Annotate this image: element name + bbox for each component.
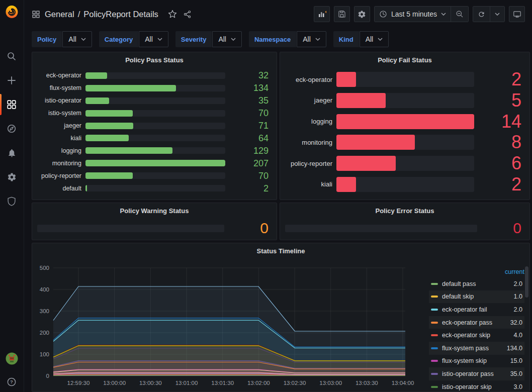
filter-category: CategoryAll (99, 31, 168, 47)
legend-current-header[interactable]: current (429, 268, 524, 277)
search-minus-icon (456, 10, 464, 18)
legend-swatch (431, 347, 438, 349)
bargauge-row: default2 (36, 182, 269, 194)
panel-title[interactable]: Policy Fail Status (280, 52, 529, 67)
bargauge-value: 6 (478, 154, 521, 172)
bargauge-value: 64 (229, 134, 269, 143)
legend-swatch (431, 283, 438, 285)
filter-value-dropdown[interactable]: All (62, 31, 92, 47)
bargauge-track (336, 72, 474, 87)
gear-icon (7, 172, 17, 182)
legend-label: istio-operator skip (442, 383, 510, 390)
sidebar-item-search[interactable] (0, 44, 23, 68)
filter-value-text: All (218, 35, 226, 43)
filter-row: PolicyAllCategoryAllSeverityAllNamespace… (32, 31, 389, 47)
avatar-icon (6, 352, 18, 365)
sidebar-item-explore[interactable] (0, 117, 23, 141)
bargauge-track (85, 97, 225, 104)
chevron-down-icon (315, 38, 320, 41)
star-icon[interactable] (168, 10, 177, 19)
grafana-logo[interactable] (5, 5, 19, 19)
refresh-button[interactable] (473, 7, 490, 22)
legend-item[interactable]: default pass2.0 (429, 277, 524, 290)
panel-title[interactable]: Status Timeline (32, 247, 529, 255)
filter-value-dropdown[interactable]: All (139, 31, 168, 47)
panel-title[interactable]: Policy Warning Status (32, 203, 277, 218)
bargauge-track (336, 156, 474, 171)
bargauge-label: eck-operator (36, 72, 81, 79)
add-panel-button[interactable] (314, 6, 330, 22)
svg-text:13:02:30: 13:02:30 (284, 380, 306, 386)
sidebar-item-server-admin[interactable] (0, 189, 23, 213)
bargauge-label: monitoring (284, 139, 332, 146)
filter-value-dropdown[interactable]: All (212, 31, 242, 47)
panel-title[interactable]: Policy Error Status (280, 203, 529, 218)
svg-text:100: 100 (40, 351, 49, 357)
bargauge-fill (336, 72, 356, 87)
bargauge-row: policy-reporter70 (36, 169, 269, 182)
filter-severity: SeverityAll (175, 31, 242, 47)
timeline-legend: currentdefault pass2.0default skip1.0eck… (429, 268, 524, 392)
tv-mode-button[interactable] (509, 6, 525, 22)
save-dashboard-button[interactable] (334, 6, 350, 22)
bargauge-track (336, 93, 474, 108)
filter-label: Severity (175, 31, 212, 47)
share-icon[interactable] (183, 10, 192, 19)
legend-item[interactable]: istio-operator skip3.0 (429, 380, 524, 392)
bargauge-label: kiali (36, 135, 81, 142)
refresh-interval-dropdown[interactable] (490, 7, 504, 22)
legend-label: flux-system skip (442, 357, 506, 364)
bargauge-fill (336, 114, 474, 129)
filter-value-text: All (68, 35, 76, 43)
time-picker-button[interactable]: Last 5 minutes (375, 7, 451, 22)
legend-swatch (431, 386, 438, 388)
legend-item[interactable]: eck-operator fail2.0 (429, 303, 524, 316)
zoom-out-time-button[interactable] (451, 7, 468, 22)
legend-value: 134.0 (507, 345, 522, 352)
help-button[interactable]: ? (7, 377, 17, 387)
legend-item[interactable]: flux-system pass134.0 (429, 342, 524, 355)
svg-text:200: 200 (40, 330, 49, 336)
legend-item[interactable]: eck-operator pass32.0 (429, 316, 524, 329)
legend-item[interactable]: flux-system skip15.0 (429, 355, 524, 368)
bargauge-row: logging14 (284, 112, 521, 132)
bargauge-row: jaeger5 (284, 90, 521, 111)
legend-value: 32.0 (510, 319, 522, 326)
refresh-group (473, 6, 505, 22)
legend-item[interactable]: eck-operator skip4.0 (429, 329, 524, 342)
grafana-dashboard: ? General / PolicyReport Details (0, 0, 532, 392)
sidebar-item-configuration[interactable] (0, 165, 23, 189)
user-avatar[interactable] (6, 352, 18, 365)
apps-grid-icon (32, 10, 40, 19)
breadcrumb-separator: / (78, 10, 80, 19)
bargauge-value: 2 (229, 184, 269, 193)
sidebar-item-alerting[interactable] (0, 141, 23, 165)
bargauge-track (85, 72, 225, 79)
sidebar-item-dashboards[interactable] (0, 92, 23, 117)
legend-item[interactable]: default skip1.0 (429, 290, 524, 304)
filter-value-dropdown[interactable]: All (360, 31, 389, 47)
bargauge-row: flux-system134 (36, 82, 269, 94)
bargauge-label: jaeger (36, 122, 81, 129)
legend-value: 15.0 (510, 357, 522, 364)
bargauge-row: kiali64 (36, 132, 269, 145)
panel-title[interactable]: Policy Pass Status (32, 52, 277, 67)
sidebar: ? (0, 0, 24, 392)
filter-kind: KindAll (333, 31, 389, 47)
filter-label: Kind (333, 31, 359, 47)
fail-rows: eck-operator2jaeger5logging14monitoring8… (284, 69, 521, 194)
filter-label: Namespace (249, 31, 296, 47)
panel-status-timeline: Status Timeline 010020030040050012:59:30… (32, 243, 530, 392)
legend-item[interactable]: istio-operator pass35.0 (429, 367, 524, 380)
legend-scrollbar[interactable] (525, 266, 528, 298)
bargauge-label: policy-reporter (36, 172, 81, 179)
plus-icon (7, 75, 17, 85)
dashboard-settings-button[interactable] (354, 6, 370, 22)
sidebar-item-create[interactable] (0, 68, 23, 92)
breadcrumb-folder[interactable]: General (45, 10, 74, 19)
time-picker-group: Last 5 minutes (374, 6, 469, 22)
legend-value: 2.0 (514, 280, 522, 287)
bargauge-label: eck-operator (284, 76, 332, 83)
panel-policy-pass-status: Policy Pass Status eck-operator32flux-sy… (32, 52, 277, 200)
filter-value-dropdown[interactable]: All (297, 31, 326, 47)
